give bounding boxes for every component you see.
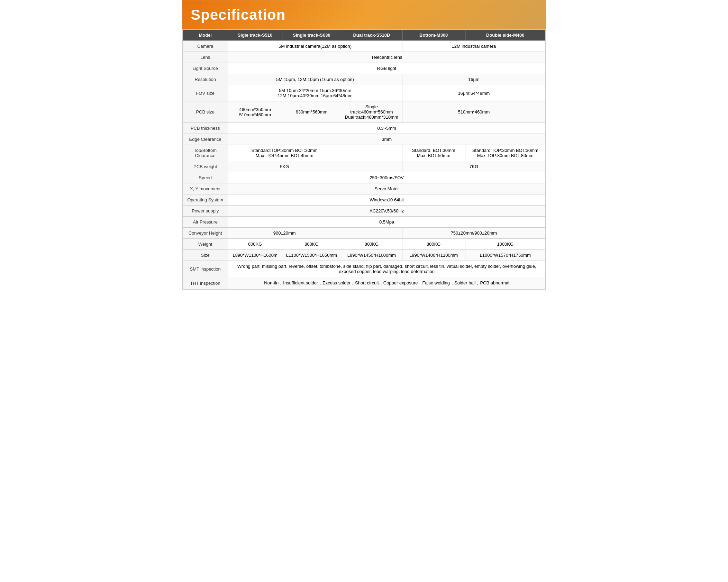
table-row: PCB thickness0.3~5mm (183, 123, 546, 134)
spec-value: 900±20mm (228, 228, 341, 239)
spec-table: Model Sigle track-S510 Single track-S630… (182, 29, 546, 289)
spec-value: L1100*W1500*H1650mm (282, 250, 341, 261)
spec-value: 800KG (282, 239, 341, 250)
table-row: SizeL890*W1100*H1600mL1100*W1500*H1650mm… (183, 250, 546, 261)
spec-value: 800KG (341, 239, 402, 250)
spec-value: RGB light (228, 63, 546, 74)
spec-label: Resolution (183, 74, 228, 85)
spec-label: X, Y movement (183, 183, 228, 194)
spec-label: Top/Bottom Clearance (183, 145, 228, 161)
table-row: Light SourceRGB light (183, 63, 546, 74)
spec-label: Weight (183, 239, 228, 250)
table-row: Edge Clearance3mm (183, 134, 546, 145)
page-header: Specification (182, 0, 546, 29)
spec-value: Standard:TOP:30mm BOT:30mm Max:TOP:80mm … (465, 145, 545, 161)
spec-value: Single track:460mm*560mm Dual track:460m… (341, 101, 402, 123)
spec-label: PCB weight (183, 161, 228, 172)
spec-value: Standard: BOT:30mm Max: BOT:50mm (402, 145, 465, 161)
spec-value (341, 145, 402, 161)
spec-value: Servo Motor (228, 183, 546, 194)
spec-value: 3mm (228, 134, 546, 145)
table-row: Air Pressure0.5Mpa (183, 217, 546, 228)
page-title: Specification (191, 7, 285, 23)
spec-value: L890*W1100*H1600m (228, 250, 282, 261)
spec-value: 16μm:64*48mm (402, 85, 545, 101)
spec-value (341, 161, 402, 172)
spec-value: 5M industrial camera(12M as option) (228, 41, 402, 52)
spec-label: THT inspection (183, 277, 228, 289)
table-header-row: Model Sigle track-S510 Single track-S630… (183, 30, 546, 41)
spec-label: PCB size (183, 101, 228, 123)
table-row: FOV size5M 10μm:24*20mm 15μm:36*30mm 12M… (183, 85, 546, 101)
table-row: Top/Bottom ClearanceStandard:TOP:30mm BO… (183, 145, 546, 161)
table-row: THT inspectionNon-tin，Insufficient solde… (183, 277, 546, 289)
spec-value: Non-tin，Insufficient solder，Excess solde… (228, 277, 546, 289)
col-header-s630: Single track-S630 (282, 30, 341, 41)
table-row: Power supplyAC220V,50/60Hz (183, 206, 546, 217)
col-header-m300: Bottom-M300 (402, 30, 465, 41)
table-row: Conveyor Height900±20mm750±20mm/900±20mm (183, 228, 546, 239)
table-row: Resolution5M:15μm, 12M:10μm (16μm as opt… (183, 74, 546, 85)
table-row: PCB size460mm*350mm 510mm*460mm630mm*560… (183, 101, 546, 123)
spec-label: Camera (183, 41, 228, 52)
spec-value: 0.5Mpa (228, 217, 546, 228)
table-row: Operating SystemWindows10 64bit (183, 194, 546, 206)
spec-value (341, 228, 402, 239)
spec-value: 510mm*460mm (402, 101, 545, 123)
spec-value: 12M industrial camera (402, 41, 545, 52)
spec-value: 5M:15μm, 12M:10μm (16μm as option) (228, 74, 402, 85)
spec-label: Speed (183, 172, 228, 183)
spec-value: 5KG (228, 161, 341, 172)
spec-value: L1000*W1570*H1750mm (465, 250, 545, 261)
spec-label: Conveyor Height (183, 228, 228, 239)
spec-value: Telecentric lens (228, 52, 546, 63)
table-row: PCB weight5KG7KG (183, 161, 546, 172)
spec-value: Windows10 64bit (228, 194, 546, 206)
page-wrapper: Specification Model Sigle track-S510 Sin… (182, 0, 546, 290)
spec-value: 5M 10μm:24*20mm 15μm:36*30mm 12M 10μm:40… (228, 85, 402, 101)
table-row: Weight600KG800KG800KG800KG1000KG (183, 239, 546, 250)
spec-value: 1000KG (465, 239, 545, 250)
spec-value: Wrong part, missing part, reverse, offse… (228, 261, 546, 277)
spec-label: SMT inspection (183, 261, 228, 277)
spec-value: 7KG (402, 161, 545, 172)
col-header-m400: Double side-M400 (465, 30, 545, 41)
spec-label: Size (183, 250, 228, 261)
spec-value: 16μm (402, 74, 545, 85)
table-row: X, Y movementServo Motor (183, 183, 546, 194)
table-body: Camera5M industrial camera(12M as option… (183, 41, 546, 289)
spec-label: Edge Clearance (183, 134, 228, 145)
spec-label: Power supply (183, 206, 228, 217)
spec-value: 600KG (228, 239, 282, 250)
spec-value: L990*W1400*H1100mm (402, 250, 465, 261)
table-row: Camera5M industrial camera(12M as option… (183, 41, 546, 52)
spec-value: 750±20mm/900±20mm (402, 228, 545, 239)
col-header-s510d: Dual track-S510D (341, 30, 402, 41)
spec-label: Air Pressure (183, 217, 228, 228)
spec-value: 250~300ms/FOV (228, 172, 546, 183)
table-row: Speed250~300ms/FOV (183, 172, 546, 183)
table-row: LensTelecentric lens (183, 52, 546, 63)
spec-value: 800KG (402, 239, 465, 250)
table-row: SMT inspectionWrong part, missing part, … (183, 261, 546, 277)
spec-value: 0.3~5mm (228, 123, 546, 134)
spec-value: 460mm*350mm 510mm*460mm (228, 101, 282, 123)
spec-label: FOV size (183, 85, 228, 101)
spec-label: PCB thickness (183, 123, 228, 134)
spec-value: Standard:TOP:30mm BOT:30mm Max.:TOP:45mm… (228, 145, 341, 161)
spec-label: Operating System (183, 194, 228, 206)
spec-value: L890*W1450*H1600mm (341, 250, 402, 261)
col-header-model: Model (183, 30, 228, 41)
spec-label: Light Source (183, 63, 228, 74)
spec-label: Lens (183, 52, 228, 63)
spec-value: AC220V,50/60Hz (228, 206, 546, 217)
spec-value: 630mm*560mm (282, 101, 341, 123)
col-header-s510: Sigle track-S510 (228, 30, 282, 41)
